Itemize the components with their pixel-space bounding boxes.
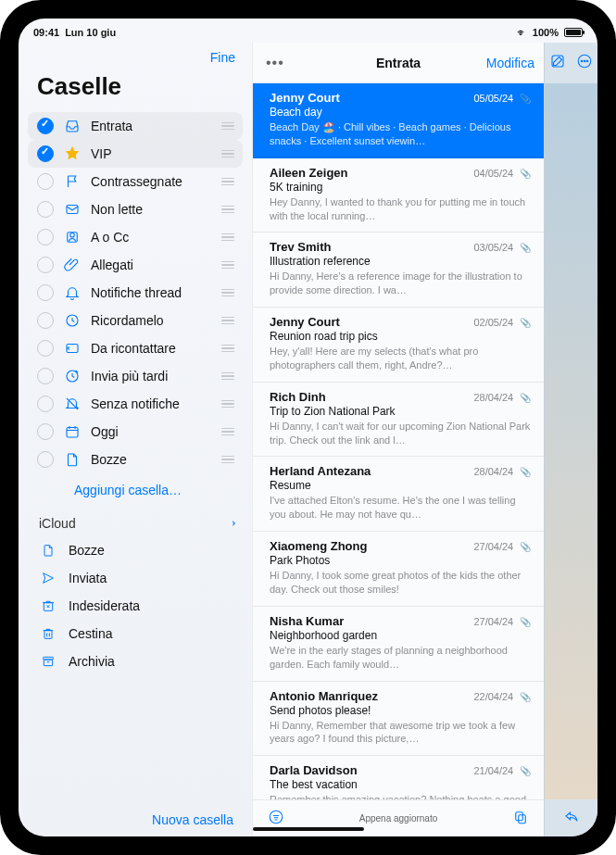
message-row[interactable]: Darla Davidson21/04/24 📎The best vacatio… bbox=[253, 756, 544, 799]
message-row[interactable]: Nisha Kumar27/04/24 📎Neighborhood garden… bbox=[253, 607, 544, 682]
message-date: 21/04/24 📎 bbox=[473, 765, 531, 776]
reorder-handle[interactable] bbox=[220, 122, 235, 131]
checkbox-icon[interactable] bbox=[37, 284, 54, 301]
inbox-icon bbox=[63, 117, 82, 135]
checkbox-icon[interactable] bbox=[37, 145, 54, 162]
account-folder-trash[interactable]: Cestina bbox=[22, 620, 248, 648]
checkbox-icon[interactable] bbox=[37, 451, 54, 468]
account-name: iCloud bbox=[39, 516, 76, 531]
message-sender: Xiaomeng Zhong bbox=[270, 539, 367, 553]
checkbox-icon[interactable] bbox=[37, 396, 54, 412]
mailbox-row-inbox[interactable]: Entrata bbox=[28, 112, 243, 140]
message-row[interactable]: Herland Antezana28/04/24 📎ResumeI've att… bbox=[253, 457, 544, 532]
mailbox-row-calendar[interactable]: Oggi bbox=[28, 418, 243, 446]
mailbox-label: Oggi bbox=[91, 424, 220, 439]
folder-label: Cestina bbox=[69, 626, 112, 641]
doc-icon bbox=[39, 541, 57, 560]
mailbox-label: Senza notifiche bbox=[91, 396, 220, 411]
message-row[interactable]: Jenny Court02/05/24 📎Reunion road trip p… bbox=[253, 308, 544, 383]
message-row[interactable]: Trev Smith03/05/24 📎Illustration referen… bbox=[253, 233, 544, 308]
mailbox-row-clocksend[interactable]: Invia più tardi bbox=[28, 362, 243, 390]
account-folder-junk[interactable]: Indesiderata bbox=[22, 592, 248, 620]
checkbox-icon[interactable] bbox=[37, 368, 54, 384]
account-folder-doc[interactable]: Bozze bbox=[22, 536, 248, 564]
battery-percent: 100% bbox=[533, 27, 559, 38]
reorder-handle[interactable] bbox=[220, 400, 235, 409]
checkbox-icon[interactable] bbox=[37, 173, 54, 190]
reorder-handle[interactable] bbox=[220, 289, 235, 297]
star-icon bbox=[63, 145, 82, 163]
checkbox-icon[interactable] bbox=[37, 423, 54, 440]
mailbox-row-bell[interactable]: Notifiche thread bbox=[28, 279, 243, 307]
message-preview: Hey, y'all! Here are my selects (that's … bbox=[270, 345, 531, 372]
calendar-icon bbox=[63, 422, 82, 441]
done-button[interactable]: Fine bbox=[210, 50, 235, 65]
reorder-handle[interactable] bbox=[220, 428, 235, 436]
mailbox-row-person[interactable]: A o Cc bbox=[28, 223, 243, 251]
message-sender: Herland Antezana bbox=[270, 464, 371, 478]
account-folder-archive[interactable]: Archivia bbox=[22, 648, 248, 675]
checkbox-icon[interactable] bbox=[37, 201, 54, 218]
mailbox-row-clock[interactable]: Ricordamelo bbox=[28, 307, 243, 334]
reorder-handle[interactable] bbox=[220, 372, 235, 381]
folder-label: Inviata bbox=[69, 571, 107, 585]
mailbox-row-bellslash[interactable]: Senza notifiche bbox=[28, 390, 243, 418]
mailbox-row-doc[interactable]: Bozze bbox=[28, 446, 243, 473]
mailbox-row-mailreply[interactable]: Da ricontattare bbox=[28, 334, 243, 362]
status-date: Lun 10 giu bbox=[65, 27, 116, 38]
mailbox-row-mail[interactable]: Non lette bbox=[28, 195, 243, 223]
checkbox-icon[interactable] bbox=[37, 118, 54, 134]
account-folder-send[interactable]: Inviata bbox=[22, 564, 248, 592]
message-row[interactable]: Aileen Zeigen04/05/24 📎5K trainingHey Da… bbox=[253, 158, 544, 233]
reorder-handle[interactable] bbox=[220, 261, 235, 270]
folder-label: Indesiderata bbox=[69, 598, 140, 613]
checkbox-icon[interactable] bbox=[37, 312, 54, 329]
reorder-handle[interactable] bbox=[220, 233, 235, 242]
reorder-handle[interactable] bbox=[220, 206, 235, 214]
mailbox-row-paperclip[interactable]: Allegati bbox=[28, 251, 243, 279]
compose-icon[interactable] bbox=[549, 53, 566, 73]
paperclip-icon: 📎 bbox=[517, 243, 531, 253]
reply-icon[interactable] bbox=[563, 808, 580, 828]
mailbox-label: Invia più tardi bbox=[91, 369, 220, 383]
message-row[interactable]: Rich Dinh28/04/24 📎Trip to Zion National… bbox=[253, 383, 544, 458]
front-camera bbox=[290, 7, 327, 13]
checkbox-icon[interactable] bbox=[37, 257, 54, 273]
mailbox-row-star[interactable]: VIP bbox=[28, 140, 243, 168]
message-subject: Neighborhood garden bbox=[270, 629, 531, 642]
status-time: 09:41 bbox=[33, 27, 59, 38]
message-preview: I've attached Elton's resume. He's the o… bbox=[270, 494, 531, 522]
message-row[interactable]: Xiaomeng Zhong27/04/24 📎Park PhotosHi Da… bbox=[253, 532, 544, 607]
reorder-handle[interactable] bbox=[220, 456, 235, 464]
mailbox-label: Notifiche thread bbox=[91, 285, 220, 300]
chevron-down-icon: ⌃ bbox=[224, 519, 237, 528]
message-date: 04/05/24 📎 bbox=[473, 168, 531, 179]
account-header[interactable]: iCloud⌃ bbox=[22, 510, 248, 536]
message-date: 27/04/24 📎 bbox=[473, 616, 531, 627]
reorder-handle[interactable] bbox=[220, 178, 235, 186]
home-indicator[interactable] bbox=[253, 827, 364, 831]
message-row[interactable]: Jenny Court05/05/24 📎Beach dayBeach Day … bbox=[253, 83, 544, 158]
more-actions-icon[interactable] bbox=[576, 53, 593, 73]
message-row[interactable]: Antonio Manriquez22/04/24 📎Send photos p… bbox=[253, 682, 544, 757]
edit-button[interactable]: Modifica bbox=[486, 56, 534, 70]
bellslash-icon bbox=[63, 395, 82, 413]
status-bar: 09:41 Lun 10 giu ᯤ 100% bbox=[19, 19, 597, 43]
list-title: Entrata bbox=[376, 56, 421, 70]
paperclip-icon: 📎 bbox=[517, 467, 531, 477]
add-mailbox-link[interactable]: Aggiungi casella… bbox=[22, 473, 248, 510]
message-sender: Trev Smith bbox=[270, 240, 331, 254]
reorder-handle[interactable] bbox=[220, 345, 235, 353]
reorder-handle[interactable] bbox=[220, 150, 235, 158]
mail-icon bbox=[63, 200, 82, 219]
paperclip-icon: 📎 bbox=[517, 169, 531, 179]
checkbox-icon[interactable] bbox=[37, 340, 54, 357]
mailbox-label: Contrassegnate bbox=[91, 174, 220, 189]
new-mailbox-button[interactable]: Nuova casella bbox=[22, 803, 248, 836]
checkbox-icon[interactable] bbox=[37, 229, 54, 245]
reorder-handle[interactable] bbox=[220, 317, 235, 325]
more-icon[interactable]: ••• bbox=[266, 55, 284, 71]
mailbox-row-flag[interactable]: Contrassegnate bbox=[28, 168, 243, 195]
organize-icon[interactable] bbox=[512, 809, 529, 829]
filter-icon[interactable] bbox=[268, 809, 284, 829]
